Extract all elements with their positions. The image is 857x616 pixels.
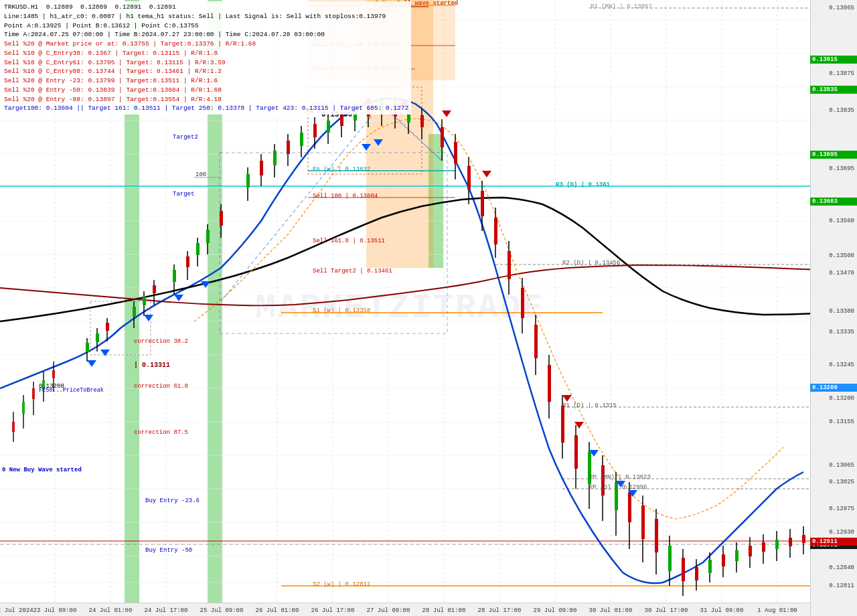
svg-marker-184: [442, 110, 451, 117]
svg-rect-122: [494, 218, 497, 244]
svg-rect-150: [682, 558, 685, 581]
svg-rect-64: [86, 343, 89, 352]
svg-rect-66: [96, 333, 99, 342]
svg-rect-68: [106, 323, 109, 331]
label-correction-61: correction 61.8: [134, 383, 188, 390]
label-s2-w: S2 (w) | 0.12811: [313, 581, 370, 588]
svg-rect-134: [574, 435, 578, 469]
price-box-blue5: 0.13208: [810, 384, 857, 392]
price-label-19: 0.12811: [829, 583, 854, 589]
svg-marker-176: [144, 315, 153, 321]
svg-rect-78: [186, 256, 189, 267]
label-r1-d: R1 (D) | 0.1315: [562, 402, 617, 409]
label-buy-entry-50: Buy Entry -50: [145, 547, 192, 554]
time-label-7: 27 Jul 09:00: [367, 607, 410, 614]
svg-rect-164: [775, 540, 779, 549]
info-line-1: TRKUSD.H1 0.12889 0.12889 0.12891 0.1289…: [4, 3, 408, 12]
svg-rect-158: [735, 550, 738, 561]
time-label-1: 23 Jul 09:00: [33, 607, 77, 614]
time-label-11: 30 Jul 01:00: [589, 607, 633, 614]
svg-rect-92: [287, 141, 290, 154]
label-sell-161: Sell 161.8 | 0.13511: [313, 238, 385, 244]
svg-marker-183: [628, 490, 637, 497]
svg-marker-186: [562, 395, 572, 402]
svg-rect-54: [12, 422, 15, 432]
time-label-0: 22 Jul 2024: [0, 607, 33, 614]
label-new-buy-wave: 0 New Buy Wave started: [2, 467, 82, 473]
time-label-2: 24 Jul 01:00: [89, 607, 133, 614]
price-box-green4: 0.13603: [810, 198, 857, 206]
svg-rect-120: [481, 191, 484, 216]
label-pp-d: PP (D) | 0.12996: [589, 484, 647, 491]
svg-rect-142: [628, 492, 631, 522]
svg-rect-124: [508, 251, 511, 279]
svg-marker-181: [589, 450, 599, 457]
price-box-green3: 0.13695: [810, 151, 857, 159]
label-s1-w: S1 (w) | 0.13358: [313, 307, 370, 314]
label-target2: Target2: [173, 134, 198, 141]
svg-rect-72: [143, 297, 146, 305]
svg-rect-74: [153, 285, 156, 293]
svg-rect-146: [655, 519, 658, 552]
label-sell-target2: Sell Target2 | 0.13461: [313, 268, 392, 275]
info-line-9: Sell %20 @ Entry -23: 0.13799 | Target:0…: [4, 76, 408, 86]
svg-rect-90: [273, 151, 277, 165]
time-label-13: 31 Jul 09:00: [700, 607, 744, 614]
svg-rect-88: [260, 161, 263, 175]
info-line-5: Sell %20 @ Market price or at: 0.13755 |…: [4, 40, 408, 49]
label-fe50: FE50...PriceToBreak: [39, 387, 104, 394]
svg-rect-148: [668, 546, 672, 571]
price-label-3: 0.13835: [829, 107, 854, 114]
price-label-4: 0.13695: [829, 165, 854, 172]
time-label-12: 30 Jul 17:00: [645, 607, 688, 614]
svg-rect-62: [52, 370, 55, 378]
time-label-6: 26 Jul 17:00: [311, 607, 355, 614]
price-box-green2: 0.13835: [810, 86, 857, 94]
time-label-3: 24 Jul 17:00: [145, 607, 188, 614]
svg-rect-118: [467, 166, 471, 189]
svg-rect-132: [561, 406, 564, 443]
price-label-9: 0.13380: [829, 308, 854, 315]
price-label-15: 0.13025: [829, 479, 854, 485]
price-label-7: 0.13500: [829, 252, 854, 259]
time-axis: 22 Jul 2024 23 Jul 09:00 24 Jul 01:00 24…: [0, 603, 830, 616]
info-line-4: Time A:2024.07.25 07:00:00 | Time B:2024…: [4, 30, 408, 40]
label-sell-100: Sell 100 | 0.13604: [313, 193, 378, 200]
svg-rect-96: [313, 124, 317, 137]
label-r1-mn: R1 (MN) | 0.13967: [591, 3, 652, 10]
label-pp-mn: PP (MN) | 0.13023: [589, 474, 651, 481]
svg-rect-156: [722, 554, 725, 566]
svg-rect-160: [749, 546, 752, 556]
label-correction-87: correction 87.5: [134, 429, 188, 436]
info-line-2: Line:1485 | h1_atr_c0: 0.0007 | h1 tema_…: [4, 12, 408, 21]
info-line-10: Sell %20 @ Entry -50: 0.13839 | Target:0…: [4, 86, 408, 95]
svg-rect-49: [90, 301, 151, 355]
price-axis: 0.12891 0.13915 0.13835 0.13695 0.13603 …: [810, 0, 857, 616]
price-box-green1: 0.13915: [810, 56, 857, 64]
svg-marker-174: [87, 360, 96, 367]
time-label-9: 28 Jul 17:00: [478, 607, 522, 614]
svg-rect-94: [300, 133, 303, 146]
price-label-17: 0.12930: [829, 529, 854, 536]
svg-marker-177: [174, 295, 183, 301]
price-label-1: 0.13965: [829, 5, 854, 11]
svg-text:100: 100: [196, 171, 206, 178]
info-line-12: Target100: 0.13604 || Target 161: 0.1351…: [4, 104, 408, 113]
time-label-8: 28 Jul 01:00: [422, 607, 466, 614]
svg-rect-98: [327, 121, 330, 133]
price-label-16: 0.12975: [829, 506, 854, 512]
info-line-3: Point A:0.13925 | Point B:0.13612 | Poin…: [4, 21, 408, 31]
price-label-11: 0.13245: [829, 362, 854, 368]
label-correction-38: correction 38.2: [134, 338, 188, 345]
svg-rect-76: [173, 270, 176, 282]
price-label-13: 0.13155: [829, 418, 854, 425]
svg-marker-185: [482, 171, 491, 177]
label-r3-d: R3 (D) | 0.1361: [556, 181, 610, 188]
watermark: MARKETZITRADE: [255, 289, 544, 328]
svg-rect-144: [641, 506, 645, 539]
info-line-7: Sell %10 @ C_Entry61: 0.13705 | Target: …: [4, 58, 408, 68]
label-pa-w: PA (w) | 0.13632: [313, 166, 370, 173]
price-label-14: 0.13065: [829, 462, 854, 469]
label-target: Target: [173, 191, 194, 198]
price-label-8: 0.13470: [829, 270, 854, 277]
